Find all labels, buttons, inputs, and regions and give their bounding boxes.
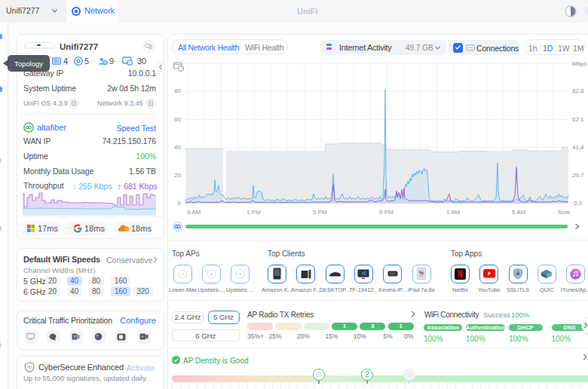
svg-text:T: T [73,335,76,339]
